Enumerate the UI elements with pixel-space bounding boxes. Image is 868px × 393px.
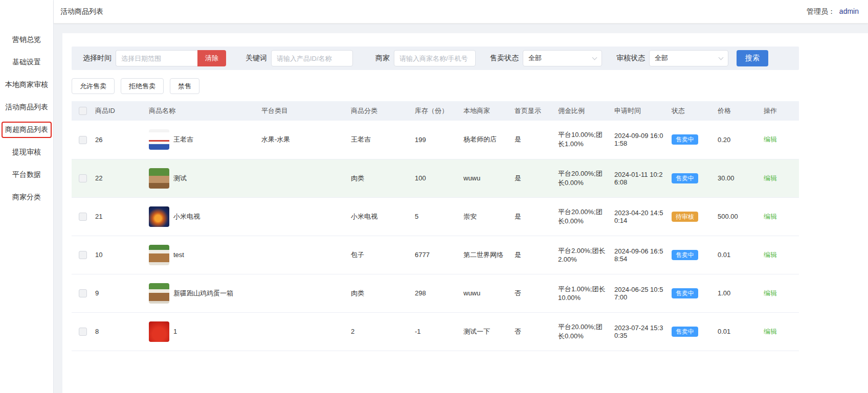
admin-label: 管理员： [807,7,835,15]
table-header: 商品ID 商品名称 平台类目 商品分类 库存（份） 本地商家 首页显示 佣金比例… [72,101,799,121]
clear-button[interactable]: 清除 [197,50,226,66]
stock-cell: 298 [412,274,460,312]
homepage-display-cell: 是 [511,236,555,274]
allow-sale-button[interactable]: 允许售卖 [72,78,115,94]
sidebar-item-supermarket-product-list[interactable]: 商超商品列表 [0,119,53,141]
commission-cell: 平台20.00%;团长0.00% [555,159,611,197]
sidebar-item-platform-data[interactable]: 平台数据 [0,164,53,186]
row-checkbox[interactable] [79,289,87,297]
sidebar-item-merchant-category[interactable]: 商家分类 [0,186,53,209]
action-cell: 编辑 [761,274,799,312]
chevron-down-icon [592,55,597,60]
merchant-cell: 第二世界网络 [460,236,511,274]
product-name-label: 1 [173,328,177,335]
column-header-homepage-display: 首页显示 [511,101,555,121]
app-root: 营销总览 基础设置 本地商家审核 活动商品列表 商超商品列表 提现审核 平台数据… [0,0,868,393]
column-header-local-merchant: 本地商家 [460,101,511,121]
edit-link[interactable]: 编辑 [764,328,777,335]
commission-cell: 平台2.00%;团长2.00% [555,236,611,274]
row-checkbox[interactable] [79,136,87,144]
status-badge: 售卖中 [672,134,698,145]
sidebar-item-activity-product-list[interactable]: 活动商品列表 [0,96,53,119]
page-title: 活动商品列表 [60,7,103,16]
apply-time-cell: 2024-06-25 10:57:00 [611,274,669,312]
status-cell: 售卖中 [669,159,715,197]
apply-time-cell: 2023-04-20 14:50:14 [611,197,669,236]
reject-sale-button[interactable]: 拒绝售卖 [121,78,164,94]
product-name-label: 测试 [173,174,187,183]
status-cell: 售卖中 [669,312,715,351]
column-header-action: 操作 [761,101,799,121]
row-checkbox[interactable] [79,174,87,182]
sale-status-value: 全部 [528,54,542,63]
product-id-cell: 22 [92,159,146,197]
row-checkbox[interactable] [79,251,87,259]
product-id-cell: 26 [92,121,146,159]
stock-cell: 100 [412,159,460,197]
product-name-cell: test [146,236,258,274]
product-category-cell: 肉类 [348,274,412,312]
sidebar-item-local-merchant-audit[interactable]: 本地商家审核 [0,74,53,96]
commission-cell: 平台10.00%;团长1.00% [555,121,611,159]
sidebar-item-basic-settings[interactable]: 基础设置 [0,51,53,74]
action-cell: 编辑 [761,121,799,159]
status-badge: 待审核 [672,212,698,222]
row-checkbox[interactable] [79,328,87,336]
product-id-cell: 9 [92,274,146,312]
edit-link[interactable]: 编辑 [764,174,777,182]
column-header-stock: 库存（份） [412,101,460,121]
date-range-input[interactable] [116,50,197,66]
product-id-cell: 8 [92,312,146,351]
status-cell: 售卖中 [669,121,715,159]
price-cell: 0.20 [715,121,761,159]
select-all-checkbox[interactable] [79,107,87,115]
merchant-input[interactable] [394,50,476,66]
status-badge: 售卖中 [672,288,698,298]
price-cell: 0.01 [715,236,761,274]
table-body: 26 王老吉 水果-水果 王老吉 199 杨老师的店 是 平台10.00%;团长… [72,121,799,351]
keyword-input[interactable] [271,50,353,66]
product-name-label: 王老吉 [173,135,193,144]
main-area: 活动商品列表 管理员：admin 选择时间 清除 关键词 商家 [54,0,868,393]
ban-sale-button[interactable]: 禁售 [170,78,199,94]
edit-link[interactable]: 编辑 [764,289,777,297]
sidebar-item-withdraw-audit[interactable]: 提现审核 [0,141,53,164]
column-header-price: 价格 [715,101,761,121]
content-card: 选择时间 清除 关键词 商家 售卖状态 全部 审核状态 [62,33,868,393]
stock-cell: 5 [412,197,460,236]
edit-link[interactable]: 编辑 [764,251,777,259]
search-button[interactable]: 搜索 [737,50,768,66]
product-image [149,168,169,189]
price-cell: 30.00 [715,159,761,197]
table-row: 8 1 2 -1 测试一下 否 平台20.00%;团长0.00% 2023-07… [72,312,799,351]
filter-bar: 选择时间 清除 关键词 商家 售卖状态 全部 审核状态 [72,47,799,70]
homepage-display-cell: 是 [511,121,555,159]
product-image [149,206,169,227]
audit-status-value: 全部 [655,54,668,63]
apply-time-cell: 2024-09-09 16:01:58 [611,121,669,159]
sidebar-item-marketing-overview[interactable]: 营销总览 [0,29,53,51]
column-header-apply-time: 申请时间 [611,101,669,121]
sale-status-select[interactable]: 全部 [523,50,602,66]
platform-category-cell [258,197,348,236]
product-name-cell: 小米电视 [146,197,258,236]
edit-link[interactable]: 编辑 [764,135,777,143]
row-checkbox[interactable] [79,213,87,221]
status-cell: 售卖中 [669,236,715,274]
admin-username[interactable]: admin [839,7,859,15]
edit-link[interactable]: 编辑 [764,213,777,220]
audit-status-select[interactable]: 全部 [649,50,728,66]
table-row: 22 测试 肉类 100 wuwu 是 平台20.00%;团长0.00% 202… [72,159,799,197]
product-name-cell: 1 [146,312,258,351]
product-image [149,245,169,265]
product-name-cell: 王老吉 [146,121,258,159]
column-header-product-id: 商品ID [92,101,146,121]
table-row: 26 王老吉 水果-水果 王老吉 199 杨老师的店 是 平台10.00%;团长… [72,121,799,159]
product-table: 商品ID 商品名称 平台类目 商品分类 库存（份） 本地商家 首页显示 佣金比例… [72,101,799,351]
sale-status-filter-label: 售卖状态 [490,54,519,63]
product-category-cell: 肉类 [348,159,412,197]
product-category-cell: 包子 [348,236,412,274]
column-header-product-name: 商品名称 [146,101,258,121]
platform-category-cell [258,159,348,197]
product-name-label: test [173,251,184,259]
